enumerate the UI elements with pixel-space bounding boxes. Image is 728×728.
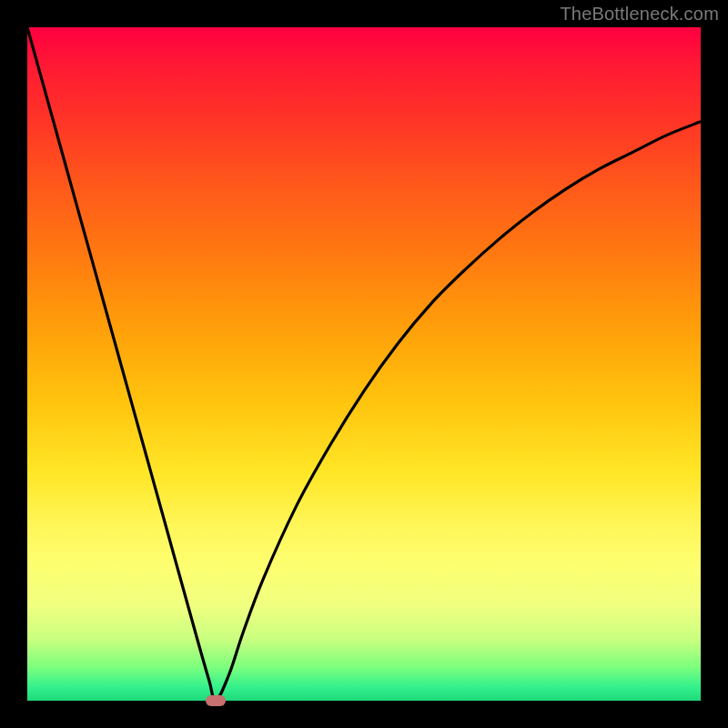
bottleneck-curve [27, 27, 701, 701]
curve-svg [27, 27, 701, 701]
chart-container: TheBottleneck.com [0, 0, 728, 728]
watermark-text: TheBottleneck.com [560, 4, 719, 25]
minimum-marker [206, 695, 226, 706]
plot-area [27, 27, 701, 701]
